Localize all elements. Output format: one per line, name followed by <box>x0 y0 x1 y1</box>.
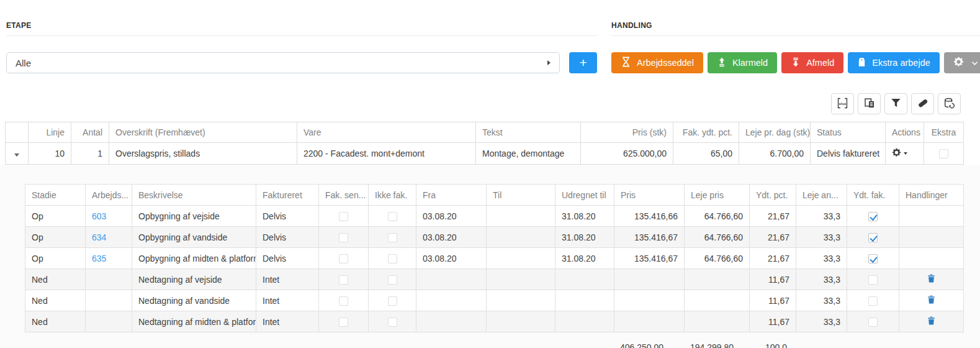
column-header-status[interactable]: Status <box>811 122 886 143</box>
column-header-antal[interactable]: Antal <box>71 122 109 143</box>
cell-fra: 03.08.20 <box>416 227 487 248</box>
column-header-fra[interactable]: Fra <box>416 185 487 206</box>
ekstra-checkbox[interactable] <box>939 149 948 158</box>
cell-antal: 1 <box>71 143 109 165</box>
etape-select[interactable]: Alle <box>6 52 560 73</box>
work-stage-row: Ned Nedtagning af midten & platform Inte… <box>25 311 964 332</box>
cell-pris <box>614 269 685 290</box>
ydt-fak-checkbox[interactable] <box>868 275 878 285</box>
cell-faktureret: Delvis <box>256 227 319 248</box>
arbejdsseddel-link[interactable]: 603 <box>92 211 106 221</box>
filter-button[interactable] <box>884 93 907 114</box>
cell-fra <box>416 269 487 290</box>
ikke-fak-checkbox[interactable] <box>388 212 397 221</box>
totals-row: 406.250,00 194.299,80 100,0 <box>25 337 963 348</box>
ydt-fak-checkbox[interactable] <box>868 318 878 327</box>
hourglass-icon <box>621 57 631 69</box>
delete-row-button[interactable] <box>927 273 936 285</box>
fak-senere-checkbox[interactable] <box>339 233 348 242</box>
klarmeld-button[interactable]: Klarmeld <box>708 52 777 73</box>
excel-export-button[interactable]: xlsx <box>831 93 854 114</box>
work-stage-row: Op 635 Opbygning af midten & platform De… <box>25 248 964 269</box>
fak-senere-checkbox[interactable] <box>339 275 348 285</box>
ikke-fak-checkbox[interactable] <box>388 318 397 327</box>
grid-toolbar: xlsx <box>831 93 961 114</box>
column-header-tekst[interactable]: Tekst <box>476 122 581 143</box>
column-header-ikke-fak[interactable]: Ikke fak. <box>369 185 416 206</box>
arbejdsseddel-link[interactable]: 635 <box>92 254 106 263</box>
column-header-leje-andel[interactable]: Leje an... <box>796 185 847 206</box>
cell-pris <box>614 311 685 332</box>
afmeld-button[interactable]: Afmeld <box>781 52 843 73</box>
pris-total: 406.250,00 <box>614 337 684 348</box>
column-header-stadie[interactable]: Stadie <box>25 185 86 206</box>
ydt-fak-checkbox[interactable] <box>868 254 878 263</box>
cell-fra <box>416 290 487 311</box>
ikke-fak-checkbox[interactable] <box>388 296 397 306</box>
column-header-overskrift[interactable]: Overskrift (Fremhævet) <box>109 122 297 143</box>
column-header-linje[interactable]: Linje <box>29 122 71 143</box>
cell-ydt-pct: 11,67 <box>750 269 796 290</box>
cell-pris: 135.416,66 <box>614 206 685 227</box>
eraser-icon <box>917 98 928 111</box>
database-refresh-button[interactable] <box>938 93 961 114</box>
column-header-til[interactable]: Til <box>487 185 555 206</box>
column-header-arbejdsseddel[interactable]: Arbejds... <box>86 185 132 206</box>
cell-til <box>487 227 555 248</box>
delete-row-button[interactable] <box>927 295 936 306</box>
cell-udregnet-til: 31.08.20 <box>555 248 614 269</box>
ydt-fak-checkbox[interactable] <box>868 212 878 221</box>
cell-beskrivelse: Nedtagning af vejside <box>132 269 256 290</box>
ydt-fak-checkbox[interactable] <box>868 233 878 242</box>
fak-senere-checkbox[interactable] <box>339 318 348 327</box>
add-etape-button[interactable]: + <box>569 52 597 73</box>
column-header-beskrivelse[interactable]: Beskrivelse <box>132 185 256 206</box>
arrow-down-icon <box>791 57 801 69</box>
column-header-vare[interactable]: Vare <box>297 122 476 143</box>
filter-icon <box>891 98 901 110</box>
column-header-pris-stk[interactable]: Pris (stk) <box>581 122 673 143</box>
delete-row-button[interactable] <box>927 316 936 327</box>
fak-senere-checkbox[interactable] <box>339 212 348 221</box>
cell-status: Delvis faktureret <box>811 143 886 165</box>
column-header-ekstra: Ekstra <box>924 122 964 143</box>
cell-stadie: Op <box>25 248 86 269</box>
column-header-pris[interactable]: Pris <box>614 185 685 206</box>
copy-grid-button[interactable] <box>858 93 881 114</box>
column-header-fak-senere[interactable]: Fak. sen... <box>319 185 369 206</box>
ikke-fak-checkbox[interactable] <box>388 233 397 242</box>
cell-pris: 135.416,67 <box>614 227 685 248</box>
order-lines-table: Linje Antal Overskrift (Fremhævet) Vare … <box>5 122 964 165</box>
column-header-ydt-fak[interactable]: Ydt. fak. <box>847 185 899 206</box>
arrow-up-icon <box>717 57 727 69</box>
select-expand-icon[interactable] <box>547 60 551 65</box>
svg-text:xlsx: xlsx <box>839 101 847 105</box>
settings-dropdown-button[interactable] <box>944 52 980 73</box>
eraser-button[interactable] <box>911 93 934 114</box>
column-header-leje-pr-dag[interactable]: Leje pr. dag (stk) <box>739 122 811 143</box>
cell-leje-andel: 33,3 <box>796 311 847 332</box>
ikke-fak-checkbox[interactable] <box>388 254 397 263</box>
ikke-fak-checkbox[interactable] <box>388 275 397 285</box>
handling-section: HANDLING Arbejdsseddel Klarmeld Afmeld <box>611 21 980 73</box>
work-stage-row: Ned Nedtagning af vandside Intet 11,67 3… <box>25 290 964 311</box>
row-actions-menu[interactable] <box>892 148 917 159</box>
column-header-faktureret[interactable]: Faktureret <box>256 185 319 206</box>
ekstra-arbejde-button[interactable]: Ekstra arbejde <box>848 52 940 73</box>
arbejdsseddel-link[interactable]: 634 <box>92 232 106 242</box>
expand-column-header <box>6 122 29 143</box>
cell-leje-pris: 64.766,60 <box>685 206 750 227</box>
column-header-fak-ydt-pct[interactable]: Fak. ydt. pct. <box>673 122 739 143</box>
arbejdsseddel-button[interactable]: Arbejdsseddel <box>611 52 703 73</box>
cell-faktureret: Delvis <box>256 248 319 269</box>
cell-leje-pris: 64.766,60 <box>685 248 750 269</box>
work-stages-table: Stadie Arbejds... Beskrivelse Faktureret… <box>25 184 964 332</box>
collapse-row-icon[interactable] <box>14 153 19 157</box>
column-header-leje-pris[interactable]: Leje pris <box>685 185 750 206</box>
column-header-ydt-pct[interactable]: Ydt. pct. <box>750 185 796 206</box>
fak-senere-checkbox[interactable] <box>339 254 348 263</box>
fak-senere-checkbox[interactable] <box>339 296 348 306</box>
ydt-fak-checkbox[interactable] <box>868 296 878 306</box>
column-header-udregnet-til[interactable]: Udregnet til <box>555 185 614 206</box>
cell-tekst: Montage, demontage <box>476 143 581 165</box>
